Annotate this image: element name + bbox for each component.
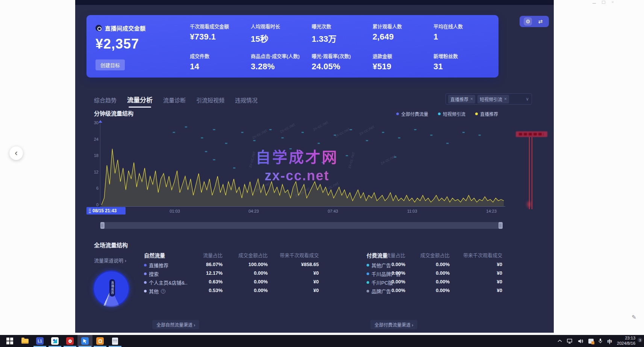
- slider-handle-right[interactable]: [499, 222, 503, 229]
- gear-icon[interactable]: ⚙: [524, 17, 532, 26]
- pie-dominant-label: 直播推荐: [109, 279, 115, 297]
- legend-item[interactable]: 直播推荐: [475, 111, 498, 117]
- channel-name: 搜索: [144, 270, 159, 277]
- metric-label: 曝光-观看率(次数): [312, 52, 373, 59]
- channel-label: 个人主页&店铺&..: [149, 279, 188, 286]
- swap-icon[interactable]: ⇄: [536, 17, 545, 26]
- notepad-icon: [112, 338, 118, 345]
- table-row: 千川PC版0.00%0.00%¥0: [367, 279, 502, 286]
- filter-chip[interactable]: 短视频引流×: [477, 95, 509, 103]
- tray-time: 23:13: [617, 336, 635, 341]
- table-col-header: 带来千次观看成交: [280, 251, 319, 259]
- traffic-share-value: 0.00%: [391, 262, 405, 267]
- tab-综合趋势[interactable]: 综合趋势: [94, 96, 117, 104]
- all-paid-channels-link[interactable]: 全部付费流量渠道: [370, 320, 417, 329]
- card-title: 直播间成交金额: [105, 24, 146, 32]
- chip-remove-icon[interactable]: ×: [504, 96, 507, 102]
- tray-clock[interactable]: 23:13 2024/8/16: [617, 336, 635, 346]
- volume-icon[interactable]: [578, 339, 583, 344]
- metric-value: ¥739.1: [190, 32, 251, 42]
- channel-name: 其他?: [144, 288, 165, 295]
- per-thousand-value: ¥0: [497, 262, 502, 267]
- legend-item[interactable]: 短视频引流: [438, 111, 465, 117]
- notepad[interactable]: [108, 335, 123, 347]
- y-tick-label: 24: [90, 137, 98, 142]
- app-orange[interactable]: [92, 335, 108, 347]
- tab-违规情况[interactable]: 违规情况: [235, 96, 258, 104]
- channel-name: 品牌广告: [367, 288, 391, 295]
- microphone-icon[interactable]: [599, 338, 602, 344]
- chart-range-slider[interactable]: [100, 222, 503, 229]
- x-tick-label: 04:23: [245, 209, 262, 213]
- channel-help-link[interactable]: 流量渠道说明: [94, 257, 126, 264]
- file-explorer[interactable]: [17, 335, 32, 347]
- help-icon[interactable]: ?: [161, 289, 165, 294]
- channel-dot: [144, 281, 147, 284]
- line-chart-canvas[interactable]: [100, 123, 506, 209]
- y-tick-label: 0: [90, 202, 98, 207]
- table-row: 品牌广告0.00%0.00%¥0: [367, 288, 502, 295]
- table-row: 直播推荐86.07%100.00%¥858.65: [144, 262, 319, 269]
- screen: ‹ ✕ ✎ 直播间成交金额 ¥2,357 创建目标 千次观看成交金额¥739.1…: [0, 0, 644, 347]
- minute-traffic-chart: 302418126001:0304:2307:4311:0314:23: [90, 121, 511, 220]
- analytics-app-window: 直播间成交金额 ¥2,357 创建目标 千次观看成交金额¥739.1人均观看时长…: [75, 0, 554, 333]
- channel-label: 直播推荐: [149, 262, 168, 269]
- legend-dot: [475, 113, 478, 115]
- traffic-share-value: 0.00%: [391, 270, 405, 276]
- y-tick-label: 6: [90, 186, 98, 190]
- snip-tool-icon[interactable]: [588, 339, 594, 344]
- metric-5: 成交件数14: [190, 52, 251, 72]
- metric-label: 累计观看人数: [373, 23, 433, 30]
- card-tools: ⚙ ⇄: [520, 16, 549, 27]
- slider-handle-left[interactable]: [100, 222, 105, 229]
- gmv-value: ¥2,357: [95, 36, 139, 52]
- legend-item[interactable]: 全部付费流量: [396, 111, 428, 117]
- window-controls[interactable]: ✕: [592, 1, 615, 4]
- pen-icon[interactable]: ✎: [632, 314, 636, 321]
- chevron-down-icon[interactable]: ∨: [526, 96, 529, 102]
- traffic-filter-select[interactable]: 直播推荐×短视频引流×∨: [445, 93, 532, 105]
- x-axis-start-label[interactable]: 08/15 21:43: [86, 207, 126, 215]
- windows-logo-icon: [6, 338, 13, 344]
- traffic-share-value: 0.00%: [391, 288, 405, 293]
- app-l1[interactable]: L1: [32, 335, 47, 347]
- close-icon[interactable]: ✕: [611, 1, 615, 4]
- metric-9: 新增粉丝数31: [433, 52, 494, 72]
- table-col-header: 成交金额占比: [238, 251, 268, 259]
- chip-remove-icon[interactable]: ×: [470, 96, 473, 102]
- ime-indicator[interactable]: 中: [607, 338, 612, 345]
- target-icon: [95, 25, 102, 31]
- per-thousand-value: ¥0: [314, 279, 319, 285]
- tab-引流短视频[interactable]: 引流短视频: [196, 96, 224, 104]
- all-natural-channels-link[interactable]: 全部自然流量渠道: [152, 320, 199, 329]
- chip-label: 短视频引流: [480, 96, 502, 102]
- app-red-ring[interactable]: [62, 335, 77, 347]
- legend-dot: [438, 113, 441, 115]
- legend-label: 直播推荐: [480, 111, 498, 117]
- window-titlebar: [75, 0, 554, 5]
- legend-label: 短视频引流: [443, 111, 465, 117]
- filter-chip[interactable]: 直播推荐×: [448, 95, 475, 103]
- y-tick-label: 12: [90, 170, 98, 174]
- create-goal-button[interactable]: 创建目标: [95, 59, 125, 70]
- minimize-icon[interactable]: [592, 1, 596, 4]
- traffic-share-value: 0.00%: [391, 279, 405, 285]
- metric-label: 千次观看成交金额: [190, 23, 251, 30]
- channel-dot: [144, 272, 147, 275]
- tab-流量诊断[interactable]: 流量诊断: [163, 96, 186, 104]
- network-icon[interactable]: [567, 339, 573, 344]
- cursor-app-icon: [81, 337, 89, 345]
- prev-arrow-button[interactable]: ‹: [9, 146, 23, 160]
- hidden-icons-chevron-icon[interactable]: [558, 339, 562, 342]
- app-blue-cursor[interactable]: [77, 335, 92, 347]
- metric-label: 平均在线人数: [433, 23, 494, 30]
- y-tick-label: 18: [90, 153, 98, 158]
- maximize-icon[interactable]: [602, 1, 605, 4]
- chip-label: 直播推荐: [450, 96, 468, 102]
- start-button[interactable]: [2, 335, 17, 347]
- metric-label: 新增粉丝数: [433, 52, 494, 59]
- channel-dot: [144, 264, 147, 266]
- app-teal[interactable]: [47, 335, 62, 347]
- tab-流量分析[interactable]: 流量分析: [127, 95, 153, 104]
- per-thousand-value: ¥0: [497, 288, 502, 293]
